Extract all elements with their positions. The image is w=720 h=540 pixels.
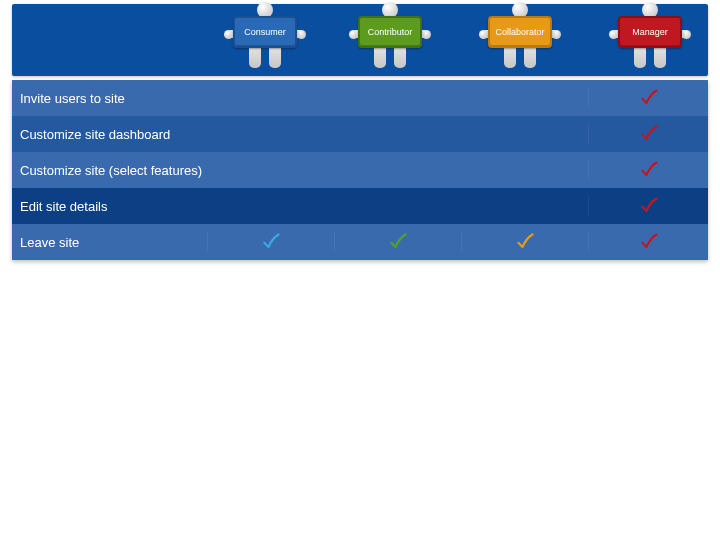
permission-cell bbox=[588, 124, 708, 144]
role-header-contributor: Contributor bbox=[350, 2, 430, 74]
permission-cell bbox=[588, 196, 708, 216]
permission-cell bbox=[588, 160, 708, 180]
role-header-manager: Manager bbox=[610, 2, 690, 74]
role-label: Collaborator bbox=[488, 16, 552, 48]
permissions-table: Invite users to siteCustomize site dashb… bbox=[12, 80, 708, 260]
check-icon bbox=[639, 196, 659, 216]
permission-label: Edit site details bbox=[12, 199, 207, 214]
table-row: Customize site dashboard bbox=[12, 116, 708, 152]
check-icon bbox=[639, 232, 659, 252]
check-icon bbox=[388, 232, 408, 252]
permission-cell bbox=[588, 232, 708, 252]
table-row: Edit site details bbox=[12, 188, 708, 224]
role-label: Contributor bbox=[358, 16, 422, 48]
avatar-legs bbox=[504, 48, 536, 68]
check-icon bbox=[515, 232, 535, 252]
avatar-legs bbox=[374, 48, 406, 68]
role-header-collaborator: Collaborator bbox=[480, 2, 560, 74]
table-row: Customize site (select features) bbox=[12, 152, 708, 188]
permission-label: Customize site dashboard bbox=[12, 127, 207, 142]
permission-label: Customize site (select features) bbox=[12, 163, 207, 178]
role-header-consumer: Consumer bbox=[225, 2, 305, 74]
check-icon bbox=[639, 160, 659, 180]
permission-cell bbox=[207, 232, 334, 252]
check-icon bbox=[261, 232, 281, 252]
table-row: Leave site bbox=[12, 224, 708, 260]
permission-label: Leave site bbox=[12, 235, 207, 250]
role-label: Manager bbox=[618, 16, 682, 48]
permission-label: Invite users to site bbox=[12, 91, 207, 106]
permission-cell bbox=[461, 232, 588, 252]
role-label: Consumer bbox=[233, 16, 297, 48]
permission-cell bbox=[334, 232, 461, 252]
avatar-legs bbox=[249, 48, 281, 68]
avatar-legs bbox=[634, 48, 666, 68]
role-header-bar: ConsumerContributorCollaboratorManager bbox=[12, 4, 708, 76]
check-icon bbox=[639, 88, 659, 108]
table-row: Invite users to site bbox=[12, 80, 708, 116]
permission-cell bbox=[588, 88, 708, 108]
check-icon bbox=[639, 124, 659, 144]
